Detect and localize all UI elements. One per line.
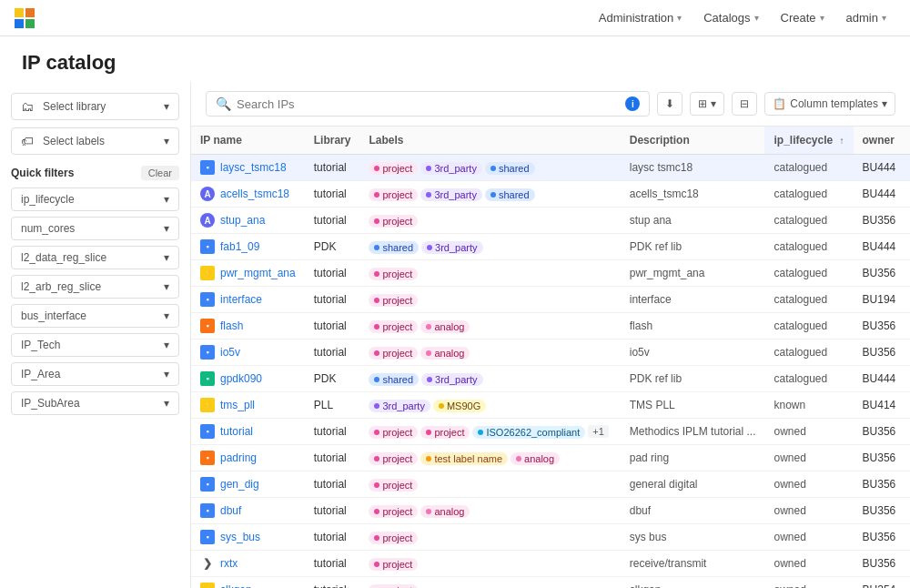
chevron-down-icon: ▾ (164, 135, 169, 147)
ip-name-link[interactable]: ⚡ pwr_mgmt_ana (200, 266, 296, 280)
cell-ip-name: ▪ tutorial (191, 419, 305, 445)
column-templates-button[interactable]: 📋 Column templates ▾ (764, 92, 895, 116)
cell-owner: BU444 (854, 181, 905, 208)
tag-project: project (369, 532, 418, 544)
clear-filters-button[interactable]: Clear (141, 166, 179, 180)
cell-labels: project3rd_partyshared (359, 181, 620, 208)
cell-library: PDK (305, 234, 360, 260)
table-row[interactable]: ▪ interface tutorial project interface c… (191, 287, 910, 313)
chevron-down-icon: ▾ (882, 97, 887, 110)
table-row[interactable]: A stup_ana tutorial project stup ana cat… (191, 208, 910, 234)
nav-admin[interactable]: admin ▾ (837, 7, 895, 28)
table-row[interactable]: ⚡ tms_pll PLL 3rd_partyMS90G TMS PLL kno… (191, 392, 910, 419)
ip-name-link[interactable]: ▪ fab1_09 (200, 239, 296, 254)
filter-chip-l2_arb_reg_slice[interactable]: l2_arb_reg_slice▾ (11, 275, 179, 299)
tag-ms90g: MS90G (433, 400, 486, 412)
ip-name-link[interactable]: A stup_ana (200, 213, 296, 228)
select-labels-filter[interactable]: 🏷 Select labels ▾ (11, 127, 179, 155)
ip-name-link[interactable]: ▪ tutorial (200, 424, 296, 439)
cell-description: PDK ref lib (621, 234, 765, 260)
table-row[interactable]: ▪ io5v tutorial projectanalog io5v catal… (191, 340, 910, 366)
cell-description: acells_tsmc18 (621, 181, 765, 208)
table-row[interactable]: ⚡ pwr_mgmt_ana tutorial project pwr_mgmt… (191, 260, 910, 287)
search-input[interactable] (237, 97, 620, 111)
cell-labels: projectanalog (359, 313, 620, 340)
table-row[interactable]: A acells_tsmc18 tutorial project3rd_part… (191, 181, 910, 208)
cell-lifecycle: owned (764, 498, 853, 524)
cell-owner: BU194 (854, 287, 905, 313)
select-library-filter[interactable]: 🗂 Select library ▾ (11, 93, 179, 120)
table-row[interactable]: ▪ fab1_09 PDK shared3rd_party PDK ref li… (191, 234, 910, 260)
ip-name-link[interactable]: A acells_tsmc18 (200, 187, 296, 201)
columns-icon: ⊟ (740, 97, 749, 110)
filter-chip-IP_Area[interactable]: IP_Area▾ (11, 362, 179, 386)
nav-create[interactable]: Create ▾ (772, 7, 834, 28)
chevron-down-icon: ▾ (164, 222, 169, 235)
ip-name-link[interactable]: ❯ rxtx (200, 556, 296, 571)
cell-owner: BU356 (854, 524, 905, 551)
ip-table: IP name Library Labels Description ip_li… (191, 127, 910, 588)
nav-administration[interactable]: Administration ▾ (590, 7, 691, 28)
page-title: IP catalog (22, 51, 888, 75)
tag-iso: ISO26262_compliant (472, 426, 585, 439)
filter-chip-num_cores[interactable]: num_cores▾ (11, 217, 179, 240)
ip-name-link[interactable]: ▪ dbuf (200, 503, 296, 518)
ip-name-link[interactable]: ⚡ tms_pll (200, 398, 296, 412)
tag-analog: analog (420, 347, 470, 360)
download-button[interactable]: ⬇ (657, 92, 682, 116)
ip-name-link[interactable]: ▪ io5v (200, 345, 296, 360)
ip-name-link[interactable]: ▪ gen_dig (200, 477, 296, 492)
cell-ip-name: ▪ sys_bus (191, 524, 305, 551)
toolbar: 🔍 i ⬇ ⊞ ▾ ⊟ 📋 Column templates ▾ (191, 82, 910, 127)
cell-auth: N (905, 445, 910, 471)
table-row[interactable]: ▪ gpdk090 PDK shared3rd_party PDK ref li… (191, 366, 910, 392)
col-labels: Labels (359, 127, 620, 155)
tag-shared: shared (369, 373, 419, 386)
cell-library: tutorial (305, 445, 360, 471)
cell-ip-name: ▪ io5v (191, 340, 305, 366)
table-row[interactable]: ▪ dbuf tutorial projectanalog dbuf owned… (191, 498, 910, 524)
cell-description: PDK ref lib (621, 366, 765, 392)
tag-project: project (369, 162, 418, 175)
table-row[interactable]: ▪ sys_bus tutorial project sys bus owned… (191, 524, 910, 551)
tag-analog: analog (420, 320, 470, 333)
search-icon: 🔍 (216, 96, 231, 111)
content-area: 🗂 Select library ▾ 🏷 Select labels ▾ Qui… (0, 82, 910, 588)
filter-chip-ip_lifecycle[interactable]: ip_lifecycle▾ (11, 188, 179, 211)
ip-name-link[interactable]: ▪ laysc_tsmc18 (200, 160, 296, 175)
gpio-icon: ▪ (200, 371, 215, 386)
cell-library: PLL (305, 392, 360, 419)
nav-catalogs[interactable]: Catalogs ▾ (694, 7, 767, 28)
view-toggle-button[interactable]: ⊞ ▾ (690, 92, 724, 116)
table-row[interactable]: ⚡ clkgen tutorial project clkgen owned B… (191, 577, 910, 589)
table-row[interactable]: ▪ gen_dig tutorial project general digit… (191, 471, 910, 498)
table-row[interactable]: ▪ flash tutorial projectanalog flash cat… (191, 313, 910, 340)
col-auth: auth_required (905, 127, 910, 155)
ip-name-link[interactable]: ⚡ clkgen (200, 583, 296, 588)
grid-icon: ⊞ (698, 97, 707, 110)
tag-plus: +1 (588, 425, 609, 438)
sort-asc-icon: ↑ (840, 136, 844, 146)
col-ip-name: IP name (191, 127, 305, 155)
ip-name-link[interactable]: ▪ sys_bus (200, 530, 296, 544)
cell-ip-name: ▪ fab1_09 (191, 234, 305, 260)
columns-toggle-button[interactable]: ⊟ (732, 92, 757, 116)
table-row[interactable]: ▪ padring tutorial projecttest label nam… (191, 445, 910, 471)
col-lifecycle[interactable]: ip_lifecycle ↑ (764, 127, 853, 155)
ip-name-link[interactable]: ▪ padring (200, 451, 296, 465)
filter-chip-IP_Tech[interactable]: IP_Tech▾ (11, 333, 179, 357)
filter-chip-IP_SubArea[interactable]: IP_SubArea▾ (11, 391, 179, 415)
table-row[interactable]: ▪ laysc_tsmc18 tutorial project3rd_party… (191, 155, 910, 181)
ip-name-link[interactable]: ▪ interface (200, 292, 296, 307)
ip-name-link[interactable]: ▪ gpdk090 (200, 371, 296, 386)
cell-description: stup ana (621, 208, 765, 234)
cell-auth: N (905, 208, 910, 234)
ip-name-link[interactable]: ▪ flash (200, 319, 296, 333)
download-icon: ⬇ (665, 97, 674, 110)
filter-chip-l2_data_reg_slice[interactable]: l2_data_reg_slice▾ (11, 246, 179, 269)
table-row[interactable]: ▪ tutorial tutorial projectprojectISO262… (191, 419, 910, 445)
cell-ip-name: A acells_tsmc18 (191, 181, 305, 208)
cell-labels: 3rd_partyMS90G (359, 392, 620, 419)
table-row[interactable]: ❯ rxtx tutorial project receive/transmit… (191, 551, 910, 577)
filter-chip-bus_interface[interactable]: bus_interface▾ (11, 304, 179, 328)
